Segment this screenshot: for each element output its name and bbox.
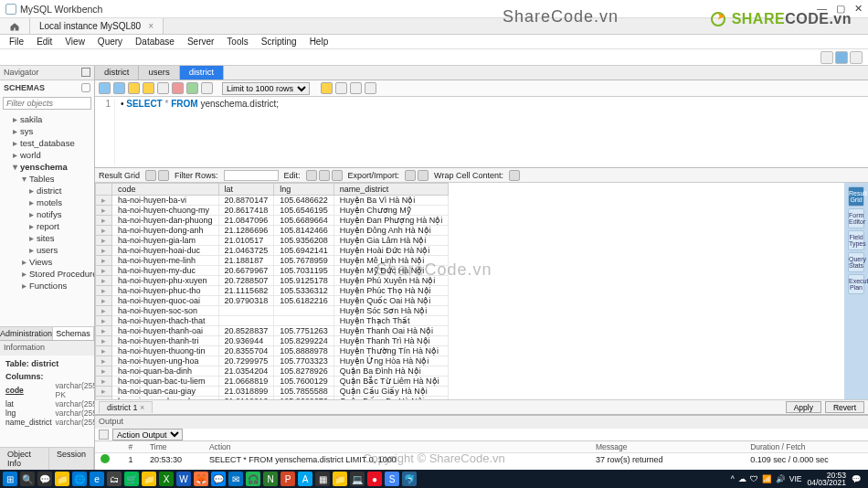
rollback-icon[interactable] bbox=[201, 82, 213, 94]
taskbar-app[interactable]: S bbox=[385, 472, 399, 486]
taskbar-app[interactable]: 📁 bbox=[333, 472, 347, 486]
taskbar-app[interactable]: 🛒 bbox=[124, 472, 139, 486]
info-tab[interactable]: Session bbox=[49, 448, 94, 470]
menu-view[interactable]: View bbox=[59, 36, 90, 48]
taskbar-app[interactable]: W bbox=[176, 472, 191, 486]
file-tab[interactable]: users bbox=[139, 66, 179, 80]
taskbar-app[interactable]: 💻 bbox=[350, 472, 365, 486]
taskbar-app[interactable]: 🌐 bbox=[72, 472, 87, 486]
file-tab[interactable]: district bbox=[180, 66, 224, 80]
taskbar-app[interactable]: 📁 bbox=[142, 472, 156, 486]
result-filter-input[interactable] bbox=[224, 170, 279, 181]
toggle-output-button[interactable] bbox=[835, 51, 848, 64]
tray-icon[interactable]: 🔊 bbox=[776, 474, 786, 483]
toggle-sidebar-button[interactable] bbox=[820, 51, 833, 64]
file-tab[interactable]: district bbox=[95, 66, 139, 80]
nav-tab-schemas[interactable]: Schemas bbox=[53, 327, 94, 340]
tray-icon[interactable]: ☁ bbox=[738, 474, 746, 483]
tray-icon[interactable]: VIE bbox=[789, 474, 802, 483]
tray-icon[interactable]: 🛡 bbox=[750, 474, 758, 483]
result-view-tab[interactable]: Query Stats bbox=[848, 252, 864, 272]
sql-editor[interactable]: 1 • SELECT * FROM yenschema.district; bbox=[95, 97, 868, 168]
close-icon[interactable]: × bbox=[140, 403, 144, 412]
taskbar-app[interactable]: 🐬 bbox=[402, 472, 417, 486]
taskbar-app[interactable]: P bbox=[281, 472, 295, 486]
refresh-icon[interactable] bbox=[81, 83, 90, 92]
taskbar-app[interactable]: 🦊 bbox=[194, 472, 208, 486]
connection-tab[interactable]: Local instance MySQL80× bbox=[30, 18, 164, 34]
edit1-icon[interactable] bbox=[306, 170, 317, 181]
taskbar-app[interactable]: e bbox=[90, 472, 104, 486]
limit-select[interactable]: Limit to 1000 rows bbox=[222, 82, 310, 95]
find-icon[interactable] bbox=[335, 82, 347, 94]
tree-node[interactable]: ▸world bbox=[0, 149, 94, 161]
tree-node[interactable]: ▾Tables bbox=[0, 173, 94, 185]
schema-filter-input[interactable] bbox=[3, 97, 91, 110]
tree-node[interactable]: ▸Functions bbox=[0, 280, 94, 292]
toggle-secondary-button[interactable] bbox=[850, 51, 863, 64]
menu-database[interactable]: Database bbox=[130, 36, 180, 48]
tree-node[interactable]: ▸Stored Procedures bbox=[0, 268, 94, 280]
output-type-select[interactable]: Action Output bbox=[112, 429, 183, 440]
tree-node[interactable]: ▸report bbox=[0, 220, 94, 232]
menu-edit[interactable]: Edit bbox=[31, 36, 58, 48]
tree-node[interactable]: ▸Views bbox=[0, 256, 94, 268]
apply-button[interactable]: Apply bbox=[786, 401, 821, 413]
close-button[interactable]: ✕ bbox=[854, 3, 863, 15]
explain-icon[interactable] bbox=[157, 82, 169, 94]
tree-node[interactable]: ▸test_database bbox=[0, 137, 94, 149]
menu-query[interactable]: Query bbox=[92, 36, 128, 48]
result-tab[interactable]: district 1 × bbox=[99, 401, 153, 413]
wrap-cell-icon[interactable] bbox=[509, 170, 520, 181]
execute-current-icon[interactable] bbox=[143, 82, 154, 94]
info-tab[interactable]: Object Info bbox=[0, 448, 49, 470]
close-icon[interactable]: × bbox=[148, 21, 153, 31]
taskbar-app[interactable]: 📁 bbox=[55, 472, 69, 486]
grid-icon[interactable] bbox=[145, 170, 156, 181]
menu-help[interactable]: Help bbox=[304, 36, 334, 48]
taskbar-app[interactable]: 🔍 bbox=[20, 472, 35, 486]
output-clear-icon[interactable] bbox=[99, 430, 109, 440]
tree-node[interactable]: ▾yenschema bbox=[0, 161, 94, 173]
taskbar-app[interactable]: A bbox=[298, 472, 312, 486]
tree-node[interactable]: ▸users bbox=[0, 244, 94, 256]
menu-scripting[interactable]: Scripting bbox=[256, 36, 302, 48]
wrap-icon[interactable] bbox=[365, 82, 376, 94]
taskbar-app[interactable]: 🗂 bbox=[107, 472, 122, 486]
tree-node[interactable]: ▸sys bbox=[0, 125, 94, 137]
taskbar-app[interactable]: 💬 bbox=[211, 472, 226, 486]
result-view-tab[interactable]: Field Types bbox=[848, 230, 864, 250]
menu-file[interactable]: File bbox=[4, 36, 29, 48]
revert-button[interactable]: Revert bbox=[825, 401, 864, 413]
taskbar-app[interactable]: ▦ bbox=[315, 472, 330, 486]
tree-node[interactable]: ▸notifys bbox=[0, 208, 94, 220]
taskbar-app[interactable]: ⊞ bbox=[3, 472, 17, 486]
taskbar-app[interactable]: 🎧 bbox=[246, 472, 260, 486]
taskbar-app[interactable]: X bbox=[159, 472, 174, 486]
tray-icon[interactable]: ^ bbox=[731, 474, 735, 483]
import-icon[interactable] bbox=[418, 170, 429, 181]
tree-node[interactable]: ▸district bbox=[0, 185, 94, 196]
minimize-button[interactable]: — bbox=[817, 3, 827, 15]
taskbar-app[interactable]: N bbox=[263, 472, 278, 486]
home-tab[interactable] bbox=[0, 18, 30, 34]
menu-server[interactable]: Server bbox=[182, 36, 219, 48]
tray-icon[interactable]: 📶 bbox=[762, 474, 772, 483]
taskbar-app[interactable]: ✉ bbox=[228, 472, 243, 486]
tree-node[interactable]: ▸sakila bbox=[0, 113, 94, 125]
beautify-icon[interactable] bbox=[321, 82, 333, 94]
open-icon[interactable] bbox=[99, 82, 111, 94]
edit2-icon[interactable] bbox=[319, 170, 330, 181]
dock-icon[interactable] bbox=[81, 68, 90, 77]
tree-node[interactable]: ▸sites bbox=[0, 232, 94, 244]
taskbar-app[interactable]: 💬 bbox=[37, 472, 52, 486]
edit3-icon[interactable] bbox=[332, 170, 343, 181]
result-grid[interactable]: codelatlngname_district▸ha-noi-huyen-ba-… bbox=[95, 183, 844, 399]
taskbar-app[interactable]: ● bbox=[367, 472, 382, 486]
tree-node[interactable]: ▸motels bbox=[0, 196, 94, 208]
commit-icon[interactable] bbox=[186, 82, 198, 94]
notifications-icon[interactable]: 💬 bbox=[852, 474, 862, 483]
grid2-icon[interactable] bbox=[158, 170, 169, 181]
clock-date[interactable]: 04/03/2021 bbox=[807, 479, 846, 487]
result-view-tab[interactable]: Result Grid bbox=[848, 186, 864, 207]
